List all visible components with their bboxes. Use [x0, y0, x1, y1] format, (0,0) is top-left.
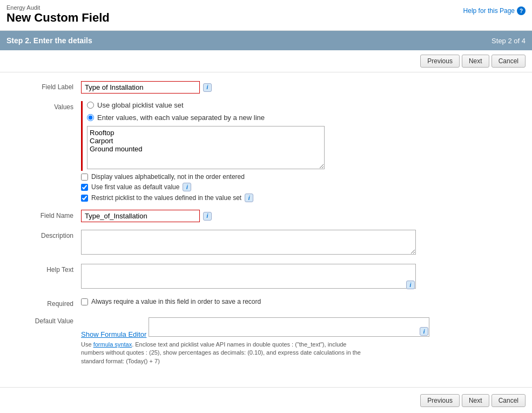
values-option2-label: Enter values, with each value separated … [97, 114, 265, 122]
top-cancel-button[interactable]: Cancel [491, 55, 526, 68]
formula-syntax-link[interactable]: formula syntax [93, 341, 132, 348]
required-checkbox-row: Always require a value in this field in … [81, 298, 521, 305]
default-value-row: Default Value Show Formula Editor i Use … [0, 315, 532, 365]
description-field [81, 230, 521, 256]
field-label-input-wrap: i [81, 81, 521, 94]
values-radio-option2[interactable]: Enter values, with each value separated … [87, 114, 521, 122]
restrict-picklist-info-icon[interactable]: i [245, 194, 253, 202]
field-name-field: i [81, 210, 521, 222]
bottom-previous-button[interactable]: Previous [420, 394, 460, 407]
default-value-field: Show Formula Editor i Use formula syntax… [81, 315, 521, 365]
top-previous-button[interactable]: Previous [420, 55, 460, 68]
step-bar: Step 2. Enter the details Step 2 of 4 [0, 31, 532, 50]
formula-help-text: Use formula syntax. Enclose text and pic… [81, 341, 362, 365]
formula-code4: (Today() + 7) [126, 358, 160, 364]
help-textarea-wrap: i [81, 264, 416, 290]
required-field: Always require a value in this field in … [81, 298, 521, 308]
display-alpha-row: Display values alphabetically, not in th… [81, 173, 521, 181]
restrict-picklist-label: Restrict picklist to the values defined … [91, 194, 241, 202]
help-text-row: Help Text i [0, 264, 532, 290]
help-text-field: i [81, 264, 521, 290]
values-radio2[interactable] [87, 114, 94, 121]
first-value-default-label: Use first value as default value [91, 183, 179, 191]
form-content: Field Label i Values Use global picklist… [0, 72, 532, 382]
help-icon[interactable]: ? [517, 6, 526, 15]
field-label-row: Field Label i [0, 81, 532, 94]
show-formula-editor-link[interactable]: Show Formula Editor [81, 330, 146, 338]
first-value-default-row: Use first value as default value i [81, 183, 521, 191]
bottom-next-button[interactable]: Next [462, 394, 489, 407]
formula-code1: ("the_text") [295, 341, 324, 348]
page-header-left: Energy Audit New Custom Field [6, 4, 110, 25]
description-textarea[interactable] [81, 230, 416, 255]
required-checkbox[interactable] [81, 298, 88, 305]
top-next-button[interactable]: Next [462, 55, 489, 68]
values-radio1[interactable] [87, 102, 94, 109]
first-value-default-checkbox[interactable] [81, 184, 88, 191]
values-label: Values [11, 101, 81, 202]
restrict-picklist-checkbox[interactable] [81, 195, 88, 202]
step-bar-title: Step 2. Enter the details [6, 36, 92, 45]
field-name-input[interactable] [81, 210, 200, 222]
required-checkbox-label: Always require a value in this field in … [91, 298, 261, 305]
values-textarea[interactable]: Rooftop Carport Ground mounted [87, 126, 325, 169]
field-name-input-wrap: i [81, 210, 521, 222]
help-text-label: Help Text [11, 264, 81, 290]
page-header-right: Help for this Page ? [463, 6, 526, 15]
first-value-default-info-icon[interactable]: i [183, 183, 191, 191]
page-title: New Custom Field [6, 11, 110, 25]
values-option1-label: Use global picklist value set [97, 101, 184, 109]
values-border: Use global picklist value set Enter valu… [81, 101, 521, 171]
field-name-label: Field Name [11, 210, 81, 222]
default-value-info-icon[interactable]: i [420, 327, 428, 336]
values-field: Use global picklist value set Enter valu… [81, 101, 521, 202]
values-row: Values Use global picklist value set Ent… [0, 101, 532, 202]
default-value-textarea[interactable] [149, 317, 429, 337]
default-value-label: Default Value [11, 315, 81, 365]
page-header: Energy Audit New Custom Field Help for t… [0, 0, 532, 31]
field-label-field: i [81, 81, 521, 94]
help-text-textarea[interactable] [81, 264, 416, 289]
description-row: Description [0, 230, 532, 256]
step-bar-number: Step 2 of 4 [491, 37, 526, 45]
app-name: Energy Audit [6, 4, 110, 11]
default-value-wrap: i [149, 315, 429, 337]
values-radio-option1[interactable]: Use global picklist value set [87, 101, 521, 109]
required-label: Required [11, 298, 81, 308]
display-alpha-checkbox[interactable] [81, 174, 88, 181]
page-wrapper: Energy Audit New Custom Field Help for t… [0, 0, 532, 413]
formula-code2: (25) [149, 349, 160, 356]
field-name-row: Field Name i [0, 210, 532, 222]
description-label: Description [11, 230, 81, 256]
top-button-row: Previous Next Cancel [0, 50, 532, 72]
field-label-info-icon[interactable]: i [203, 83, 212, 92]
field-label-label: Field Label [11, 81, 81, 94]
display-alpha-label: Display values alphabetically, not in th… [91, 173, 245, 181]
bottom-cancel-button[interactable]: Cancel [491, 394, 526, 407]
help-text-info-icon[interactable]: i [406, 281, 415, 289]
formula-code3: (0.10) [247, 349, 263, 356]
help-link[interactable]: Help for this Page [463, 7, 515, 15]
values-section: Use global picklist value set Enter valu… [87, 101, 521, 122]
bottom-button-row: Previous Next Cancel [0, 387, 532, 413]
required-row: Required Always require a value in this … [0, 298, 532, 308]
field-name-info-icon[interactable]: i [203, 212, 212, 221]
field-label-input[interactable] [81, 81, 200, 94]
restrict-picklist-row: Restrict picklist to the values defined … [81, 194, 521, 202]
